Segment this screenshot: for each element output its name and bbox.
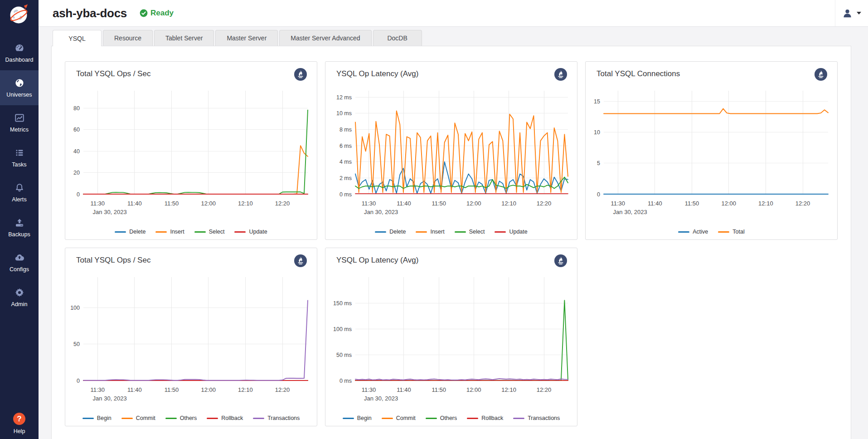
legend-swatch (375, 231, 386, 233)
sidebar-item-admin[interactable]: Admin (0, 280, 39, 315)
sidebar: Dashboard Universes Metrics Tasks Alerts… (0, 0, 39, 439)
legend-swatch (234, 231, 246, 233)
tab-tablet-server[interactable]: Tablet Server (154, 30, 214, 46)
tab-label: DocDB (387, 34, 407, 42)
legend-item-begin[interactable]: Begin (343, 415, 372, 421)
legend-item-select[interactable]: Select (455, 229, 485, 235)
x-tick-label: 11:40 (397, 386, 411, 393)
chart-legend: ActiveTotal (586, 229, 837, 235)
legend-item-update[interactable]: Update (495, 229, 527, 235)
chart-card: Total YSQL Connections 05101511:3011:401… (585, 61, 838, 240)
sidebar-item-help[interactable]: ? Help (0, 413, 39, 434)
y-tick-label: 0 (77, 191, 80, 198)
x-tick-label: 12:20 (537, 200, 552, 207)
y-tick-label: 10 (594, 129, 600, 136)
universes-globe-icon (14, 78, 25, 88)
prometheus-icon[interactable] (815, 68, 827, 81)
legend-item-select[interactable]: Select (194, 229, 225, 235)
sidebar-item-label: Tasks (12, 161, 26, 168)
legend-item-commit[interactable]: Commit (121, 415, 155, 421)
legend-swatch (416, 231, 427, 233)
x-tick-label: 11:50 (165, 200, 179, 207)
tab-docdb[interactable]: DocDB (373, 30, 422, 46)
legend-item-delete[interactable]: Delete (375, 229, 406, 235)
y-tick-label: 0 ms (339, 378, 352, 384)
legend-swatch (678, 231, 689, 233)
legend-item-rollback[interactable]: Rollback (207, 415, 243, 421)
y-tick-label: 80 (73, 105, 80, 112)
metrics-panel: Total YSQL Ops / Sec 02040608011:3011:40… (51, 46, 851, 439)
x-axis-date-label: Jan 30, 2023 (613, 209, 647, 215)
legend-label: Transactions (267, 415, 300, 421)
chart-title: YSQL Op Latency (Avg) (336, 256, 418, 265)
user-menu[interactable] (835, 0, 868, 26)
tab-master-server-advanced[interactable]: Master Server Advanced (279, 30, 371, 46)
x-tick-label: 12:20 (275, 200, 290, 207)
legend-label: Commit (396, 415, 416, 421)
chart-plot[interactable]: 05010011:3011:4011:5012:0012:1012:20Jan … (65, 275, 318, 411)
legend-label: Insert (170, 229, 184, 235)
help-icon: ? (13, 413, 25, 425)
legend-label: Total (732, 229, 744, 235)
legend-item-update[interactable]: Update (234, 229, 267, 235)
legend-item-commit[interactable]: Commit (382, 415, 416, 421)
prometheus-icon[interactable] (554, 254, 567, 267)
legend-item-total[interactable]: Total (718, 229, 744, 235)
sidebar-item-metrics[interactable]: Metrics (0, 105, 39, 140)
tab-master-server[interactable]: Master Server (215, 30, 278, 46)
sidebar-item-configs[interactable]: Configs (0, 245, 39, 280)
legend-swatch (455, 231, 466, 233)
y-tick-label: 50 (73, 341, 80, 347)
sidebar-item-alerts[interactable]: Alerts (0, 175, 39, 210)
legend-item-insert[interactable]: Insert (155, 229, 184, 235)
legend-swatch (155, 231, 167, 233)
app-logo[interactable] (0, 0, 39, 35)
legend-item-active[interactable]: Active (678, 229, 708, 235)
legend-item-delete[interactable]: Delete (115, 229, 145, 235)
legend-label: Transactions (528, 415, 560, 421)
legend-item-begin[interactable]: Begin (82, 415, 112, 421)
chart-card: YSQL Op Latency (Avg) 0 ms50 ms100 ms150… (325, 248, 577, 426)
x-tick-label: 12:00 (466, 386, 481, 393)
chart-plot[interactable]: 02040608011:3011:4011:5012:0012:1012:20J… (65, 89, 318, 225)
sidebar-item-dashboard[interactable]: Dashboard (0, 35, 39, 70)
legend-item-others[interactable]: Others (165, 415, 197, 421)
sidebar-item-backups[interactable]: Backups (0, 210, 39, 245)
x-tick-label: 12:00 (721, 200, 736, 207)
x-tick-label: 11:50 (432, 200, 446, 207)
legend-label: Others (440, 415, 457, 421)
legend-item-rollback[interactable]: Rollback (467, 415, 503, 421)
legend-swatch (495, 231, 506, 233)
y-tick-label: 0 (77, 378, 80, 384)
legend-label: Rollback (221, 415, 243, 421)
x-axis-date-label: Jan 30, 2023 (93, 395, 127, 402)
prometheus-icon[interactable] (294, 254, 307, 267)
legend-label: Insert (430, 229, 444, 235)
y-tick-label: 6 ms (339, 143, 352, 149)
prometheus-icon[interactable] (294, 68, 307, 81)
chart-plot[interactable]: 05101511:3011:4011:5012:0012:1012:20Jan … (586, 89, 838, 225)
sidebar-item-tasks[interactable]: Tasks (0, 140, 39, 175)
chart-plot[interactable]: 0 ms2 ms4 ms6 ms8 ms10 ms12 ms11:3011:40… (325, 89, 578, 225)
legend-swatch (121, 418, 133, 419)
y-tick-label: 0 ms (339, 191, 352, 198)
sidebar-item-label: Configs (10, 266, 29, 273)
legend-item-transactions[interactable]: Transactions (253, 415, 300, 421)
chart-plot[interactable]: 0 ms50 ms100 ms150 ms11:3011:4011:5012:0… (325, 275, 578, 411)
sidebar-help-label: Help (14, 428, 25, 434)
prometheus-icon[interactable] (554, 68, 567, 81)
legend-item-transactions[interactable]: Transactions (513, 415, 560, 421)
sidebar-item-label: Universes (6, 92, 32, 98)
y-tick-label: 0 (597, 191, 600, 198)
legend-label: Delete (129, 229, 145, 235)
sidebar-item-label: Dashboard (5, 57, 33, 63)
sidebar-item-universes[interactable]: Universes (0, 70, 39, 105)
tab-label: Resource (114, 34, 141, 42)
legend-swatch (718, 231, 729, 233)
legend-item-others[interactable]: Others (426, 415, 457, 421)
tab-resource[interactable]: Resource (103, 30, 153, 46)
dashboard-gauge-icon (14, 43, 25, 54)
tab-ysql[interactable]: YSQL (53, 30, 102, 46)
chevron-down-icon (857, 12, 861, 15)
legend-item-insert[interactable]: Insert (416, 229, 444, 235)
